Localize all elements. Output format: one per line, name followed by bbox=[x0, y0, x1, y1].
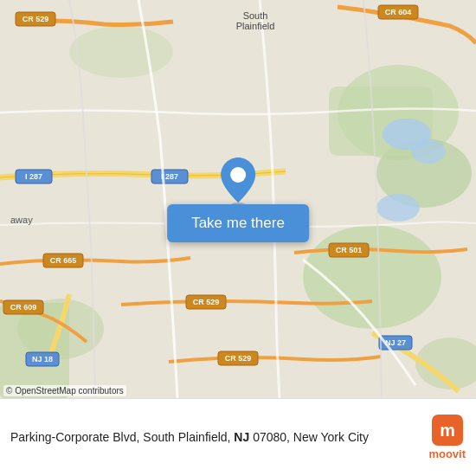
svg-point-11 bbox=[376, 194, 420, 222]
svg-rect-6 bbox=[0, 303, 69, 398]
svg-point-38 bbox=[230, 167, 246, 183]
bottom-bar: Parking-Corporate Blvd, South Plainfield… bbox=[0, 398, 476, 476]
svg-text:CR 529: CR 529 bbox=[225, 354, 252, 363]
svg-text:CR 665: CR 665 bbox=[50, 256, 77, 265]
svg-point-7 bbox=[69, 26, 173, 78]
location-pin-icon bbox=[212, 156, 264, 208]
moovit-brand-name: moovit bbox=[428, 447, 466, 460]
osm-attribution: © OpenStreetMap contributors bbox=[3, 385, 126, 396]
svg-text:NJ 18: NJ 18 bbox=[32, 355, 53, 363]
svg-text:Plainfield: Plainfield bbox=[236, 21, 275, 31]
svg-text:away: away bbox=[10, 215, 33, 225]
svg-text:I 287: I 287 bbox=[25, 172, 42, 181]
moovit-icon: m bbox=[432, 415, 463, 446]
attribution-text: © OpenStreetMap contributors bbox=[6, 386, 124, 396]
moovit-logo: m moovit bbox=[428, 415, 466, 460]
map-container: I 287 I 287 NJ 18 NJ 27 CR 529 CR 604 CR… bbox=[0, 0, 476, 398]
svg-text:CR 604: CR 604 bbox=[385, 8, 412, 16]
location-address: Parking-Corporate Blvd, South Plainfield… bbox=[10, 429, 420, 447]
svg-text:CR 529: CR 529 bbox=[23, 15, 49, 23]
svg-text:South: South bbox=[243, 10, 268, 21]
take-me-there-button[interactable]: Take me there bbox=[167, 204, 309, 242]
svg-point-10 bbox=[411, 139, 446, 164]
svg-text:CR 609: CR 609 bbox=[10, 303, 37, 312]
svg-text:CR 501: CR 501 bbox=[336, 246, 363, 254]
button-overlay: Take me there bbox=[167, 156, 309, 242]
svg-text:CR 529: CR 529 bbox=[193, 298, 220, 306]
svg-text:m: m bbox=[440, 421, 455, 440]
location-info: Parking-Corporate Blvd, South Plainfield… bbox=[10, 429, 420, 447]
